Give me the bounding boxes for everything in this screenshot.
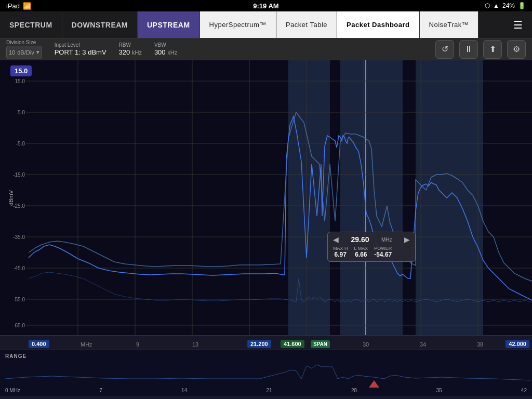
tab-downstream[interactable]: DOWNSTREAM [62, 11, 138, 38]
division-size-value: 10 [9, 49, 15, 56]
vbw-label: VBW [154, 42, 166, 48]
svg-text:-65.0: -65.0 [13, 323, 25, 328]
division-size-unit: dB/Div [17, 49, 34, 56]
status-bar-right: ⬡ ▲ 24% 🔋 [485, 2, 526, 9]
end-freq-badge: 42.000 [506, 340, 529, 348]
power-label: POWER [374, 246, 392, 251]
toolbar-actions: ↺ ⏸ ⬆ ⚙ [435, 40, 526, 59]
svg-text:-5.0: -5.0 [16, 141, 25, 147]
svg-text:-55.0: -55.0 [13, 297, 25, 302]
range-freq-7: 7 [99, 388, 102, 393]
span-badge: SPAN [311, 340, 330, 348]
dropdown-arrow-icon: ▾ [36, 49, 39, 56]
l-max-label: L MAX [354, 246, 368, 251]
freq-34-label: 34 [420, 341, 426, 348]
spectrum-chart[interactable]: 15.0 5.0 -5.0 -15.0 -25.0 -35.0 -45.0 -5… [0, 60, 532, 336]
refresh-button[interactable]: ↺ [435, 40, 454, 59]
tooltip-header: ◀ 29.60 MHz ▶ [333, 235, 410, 244]
range-freq-35: 35 [436, 388, 442, 393]
status-bar-left: iPad 📶 [6, 2, 31, 10]
range-freq-42: 42 [521, 388, 527, 393]
svg-marker-26 [369, 380, 379, 388]
tooltip-prev-button[interactable]: ◀ [333, 235, 339, 244]
mid-freq2-badge: 41.600 [281, 340, 304, 348]
status-bar-time: 9:19 AM [253, 2, 278, 10]
spectrum-trace [29, 116, 532, 300]
pause-button[interactable]: ⏸ [459, 40, 478, 59]
mhz-label: MHz [81, 341, 92, 348]
start-freq-badge: 0.400 [29, 340, 49, 348]
signal-icon: ▲ [493, 2, 499, 9]
freq-30-label: 30 [363, 341, 369, 348]
freq-9-label: 9 [136, 341, 139, 348]
tooltip-freq-value: 29.60 [351, 235, 369, 244]
range-freq-labels: 0 MHz 7 14 21 28 35 42 [0, 388, 532, 393]
toolbar: Division Size 10 dB/Div ▾ Input Level PO… [0, 38, 532, 60]
division-size-label: Division Size [6, 39, 36, 45]
battery-label: 24% [502, 2, 515, 9]
frequency-tooltip: ◀ 29.60 MHz ▶ MAX H 6.97 L MAX 6.66 POWE… [327, 232, 416, 262]
mid-freq1-badge: 21.200 [247, 340, 271, 348]
freq-13-label: 13 [192, 341, 198, 348]
upload-button[interactable]: ⬆ [483, 40, 502, 59]
tooltip-values: MAX H 6.97 L MAX 6.66 POWER -54.67 [333, 246, 410, 258]
svg-text:-25.0: -25.0 [13, 203, 25, 209]
y-marker-value: 15.0 [10, 65, 32, 76]
max-h-label: MAX H [333, 246, 348, 251]
tooltip-next-button[interactable]: ▶ [404, 235, 410, 244]
settings-button[interactable]: ⚙ [507, 40, 526, 59]
tab-hyperspectrum[interactable]: HyperSpectrum™ [200, 11, 276, 38]
tooltip-max-h: MAX H 6.97 [333, 246, 348, 258]
tab-packet-dashboard[interactable]: Packet Dashboard [337, 11, 419, 38]
chart-area[interactable]: dBmV 15.0 ◀ 29.60 MHz ▶ MAX H 6.97 L MAX… [0, 60, 532, 336]
bluetooth-icon: ⬡ [485, 2, 490, 9]
noise-floor-trace [29, 272, 532, 302]
range-freq-0: 0 MHz [5, 388, 20, 393]
input-level-label: Input Level [55, 42, 80, 48]
battery-icon: 🔋 [518, 2, 526, 9]
tab-spectrum[interactable]: SPECTRUM [0, 11, 62, 38]
range-freq-14: 14 [181, 388, 187, 393]
rbw-group: RBW 320 kHz [119, 42, 142, 56]
svg-text:-45.0: -45.0 [13, 265, 25, 271]
rbw-value: 320 kHz [119, 48, 142, 56]
division-size-group: Division Size 10 dB/Div ▾ [6, 39, 42, 59]
menu-button[interactable]: ☰ [504, 11, 532, 38]
svg-text:-35.0: -35.0 [13, 234, 25, 240]
l-max-value: 6.66 [355, 251, 367, 258]
wifi-icon: 📶 [23, 2, 31, 10]
range-freq-21: 21 [267, 388, 272, 393]
range-freq-28: 28 [351, 388, 357, 393]
svg-text:5.0: 5.0 [18, 110, 25, 115]
vbw-group: VBW 300 kHz [154, 42, 177, 56]
freq-bar: 0.400 MHz 9 13 21.200 41.600 SPAN 30 34 … [0, 336, 532, 350]
rbw-label: RBW [119, 42, 131, 48]
svg-text:15.0: 15.0 [15, 78, 25, 84]
tab-upstream[interactable]: UPSTREAM [138, 11, 200, 38]
tooltip-power: POWER -54.67 [374, 246, 392, 258]
freq-38-label: 38 [477, 341, 483, 348]
grid-lines [26, 60, 532, 336]
tab-packet-table[interactable]: Packet Table [276, 11, 337, 38]
tooltip-l-max: L MAX 6.66 [354, 246, 368, 258]
range-bar[interactable]: RANGE 0 MHz 7 14 21 28 35 42 [0, 350, 532, 396]
max-hold-trace [29, 112, 532, 281]
tooltip-freq-unit: MHz [381, 237, 392, 243]
svg-text:-15.0: -15.0 [13, 172, 25, 178]
input-level-group: Input Level PORT 1: 3 dBmV [55, 42, 107, 56]
tab-noisetrak[interactable]: NoiseTrak™ [420, 11, 479, 38]
input-level-value: PORT 1: 3 dBmV [55, 48, 107, 56]
vbw-value: 300 kHz [154, 48, 177, 56]
device-label: iPad [6, 2, 20, 10]
division-size-select[interactable]: 10 dB/Div ▾ [6, 46, 42, 59]
power-value: -54.67 [374, 251, 392, 258]
max-h-value: 6.97 [335, 251, 347, 258]
nav-bar: SPECTRUM DOWNSTREAM UPSTREAM HyperSpectr… [0, 11, 532, 38]
status-bar: iPad 📶 9:19 AM ⬡ ▲ 24% 🔋 [0, 0, 532, 11]
